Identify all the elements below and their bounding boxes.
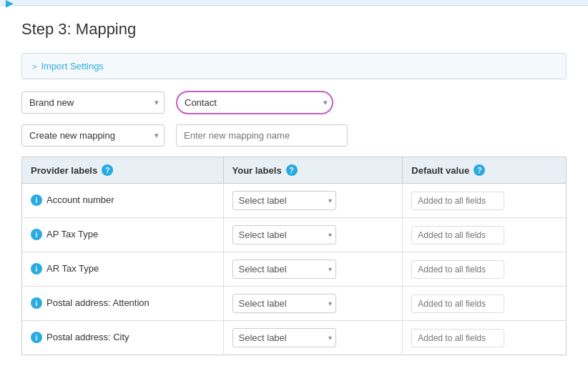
- row-info-icon[interactable]: i: [31, 194, 42, 206]
- label-select-wrapper: Select label ▾: [232, 225, 336, 244]
- default-value-input[interactable]: [411, 329, 504, 347]
- controls-row-1: Brand new ▾ Contact ▾: [21, 91, 567, 114]
- your-labels-help-icon[interactable]: ?: [286, 164, 298, 176]
- provider-label-cell: i Postal address: Attention: [22, 287, 224, 321]
- provider-label-text: Postal address: City: [46, 332, 129, 344]
- th-your-labels-text: Your labels: [232, 165, 282, 176]
- provider-label-cell: i Postal address: City: [22, 321, 224, 355]
- label-select[interactable]: Select label: [232, 328, 336, 347]
- row-info-icon[interactable]: i: [31, 332, 42, 343]
- import-settings-label: Import Settings: [41, 61, 103, 71]
- label-select-wrapper: Select label ▾: [232, 259, 336, 279]
- your-label-cell: Select label ▾: [223, 287, 403, 321]
- th-provider-labels: Provider labels ?: [22, 157, 224, 184]
- contact-select[interactable]: Contact: [176, 91, 333, 114]
- table-row: i Postal address: Attention Select label…: [22, 287, 567, 321]
- label-select-wrapper: Select label ▾: [232, 191, 336, 210]
- default-value-cell: [403, 184, 567, 218]
- provider-label-cell: i Account number: [22, 184, 224, 218]
- default-value-cell: [403, 218, 567, 252]
- your-label-cell: Select label ▾: [223, 321, 403, 355]
- label-select-wrapper: Select label ▾: [232, 328, 336, 347]
- provider-label-text: Postal address: Attention: [46, 297, 150, 310]
- provider-label-cell: i AR Tax Type: [22, 252, 224, 287]
- chevron-icon: >: [32, 62, 36, 71]
- th-default-value-text: Default value: [411, 165, 469, 176]
- table-row: i Postal address: City Select label ▾: [22, 321, 567, 355]
- your-label-cell: Select label ▾: [223, 218, 403, 252]
- table-row: i AR Tax Type Select label ▾: [22, 252, 567, 287]
- your-label-cell: Select label ▾: [223, 252, 403, 287]
- provider-label-text: AP Tax Type: [46, 229, 98, 241]
- mapping-table: Provider labels ? Your labels ? Default …: [21, 157, 567, 355]
- provider-labels-help-icon[interactable]: ?: [102, 164, 113, 176]
- brand-new-select[interactable]: Brand new: [21, 91, 165, 114]
- contact-select-wrapper: Contact ▾: [176, 91, 333, 114]
- default-value-help-icon[interactable]: ?: [474, 164, 485, 176]
- create-mapping-select-wrapper: Create new mapping ▾: [21, 124, 165, 147]
- table-row: i AP Tax Type Select label ▾: [22, 218, 567, 252]
- page-container: Step 3: Mapping > Import Settings Brand …: [0, 6, 588, 370]
- top-bar-arrow-icon: ▶: [6, 0, 14, 9]
- mapping-name-input[interactable]: [176, 124, 348, 147]
- page-title: Step 3: Mapping: [21, 20, 567, 39]
- default-value-input[interactable]: [411, 260, 504, 279]
- provider-label-text: Account number: [46, 194, 114, 207]
- row-info-icon[interactable]: i: [31, 263, 42, 274]
- default-value-input[interactable]: [411, 226, 504, 244]
- label-select[interactable]: Select label: [232, 259, 336, 279]
- provider-label-text: AR Tax Type: [46, 263, 99, 275]
- label-select[interactable]: Select label: [232, 225, 336, 244]
- label-select[interactable]: Select label: [232, 294, 336, 313]
- top-bar: ▶: [0, 0, 588, 6]
- label-select[interactable]: Select label: [232, 191, 336, 210]
- th-your-labels: Your labels ?: [223, 157, 403, 184]
- import-settings-header[interactable]: > Import Settings: [22, 54, 566, 79]
- table-body: i Account number Select label ▾ i AP Tax…: [22, 184, 567, 355]
- brand-new-select-wrapper: Brand new ▾: [21, 91, 165, 114]
- table-row: i Account number Select label ▾: [22, 184, 567, 218]
- create-mapping-select[interactable]: Create new mapping: [21, 124, 165, 147]
- default-value-input[interactable]: [411, 192, 504, 210]
- default-value-input[interactable]: [411, 295, 504, 313]
- your-label-cell: Select label ▾: [223, 184, 403, 218]
- row-info-icon[interactable]: i: [31, 229, 42, 240]
- import-settings-section: > Import Settings: [21, 53, 567, 79]
- provider-label-cell: i AP Tax Type: [22, 218, 224, 252]
- default-value-cell: [403, 287, 567, 321]
- row-info-icon[interactable]: i: [31, 297, 42, 309]
- default-value-cell: [403, 252, 567, 287]
- controls-row-2: Create new mapping ▾: [21, 124, 567, 147]
- default-value-cell: [403, 321, 567, 355]
- table-header-row: Provider labels ? Your labels ? Default …: [22, 157, 567, 184]
- label-select-wrapper: Select label ▾: [232, 294, 336, 313]
- th-default-value: Default value ?: [403, 157, 567, 184]
- th-provider-labels-text: Provider labels: [31, 165, 97, 176]
